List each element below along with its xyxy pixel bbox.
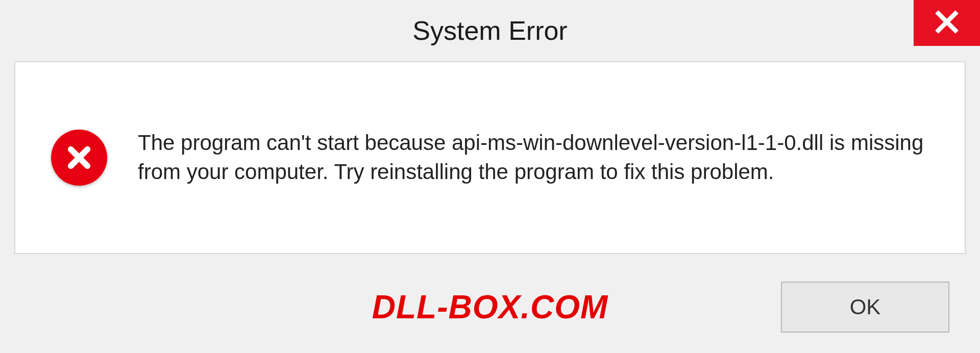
close-icon (934, 9, 960, 37)
dialog-footer: DLL-BOX.COM OK (0, 261, 980, 353)
ok-button-label: OK (850, 295, 881, 319)
window-title: System Error (412, 15, 567, 46)
dialog-content: The program can't start because api-ms-w… (14, 61, 966, 254)
titlebar: System Error (0, 0, 980, 61)
close-button[interactable] (914, 0, 980, 46)
error-message: The program can't start because api-ms-w… (138, 129, 939, 186)
ok-button[interactable]: OK (781, 282, 949, 333)
error-icon (51, 130, 107, 186)
watermark-text: DLL-BOX.COM (372, 288, 608, 326)
